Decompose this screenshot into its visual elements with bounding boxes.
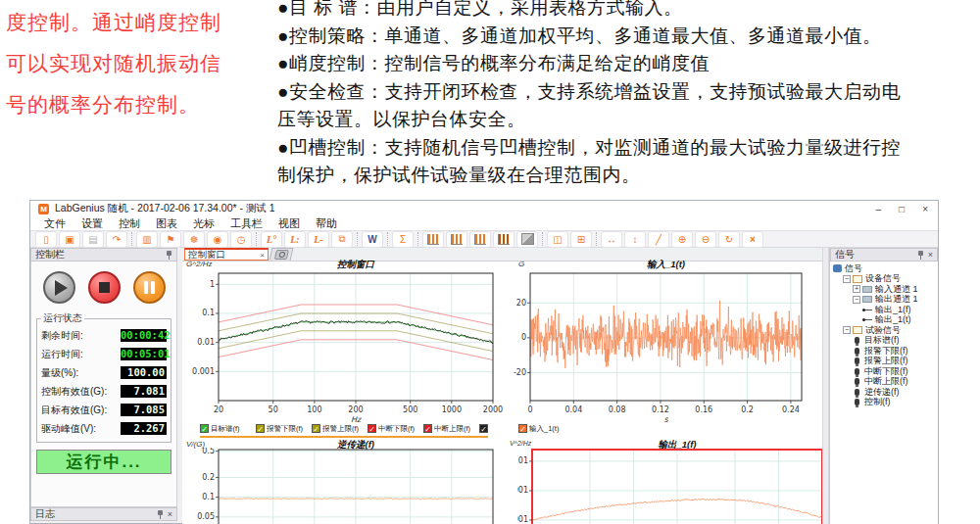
cascade-windows-button[interactable]: ⧉	[331, 231, 353, 248]
menu-item[interactable]: 光标	[185, 216, 222, 231]
chart-title: 输入_1(t)	[530, 259, 802, 271]
collapse-icon[interactable]: −	[843, 275, 851, 283]
zoom-in-button[interactable]: ⊕	[671, 231, 693, 248]
refresh-button[interactable]: ↻	[718, 231, 740, 248]
status-field-row: 运行时间: 00:05:01	[41, 345, 167, 363]
close-icon[interactable]: ×	[928, 251, 933, 260]
control-dock-header: 控制栏	[30, 248, 177, 262]
collapse-icon[interactable]: −	[843, 326, 851, 334]
chart-output-1f[interactable]: 0.010.0010.0001	[517, 448, 822, 524]
signal-dock-panel: 信号 × 信号−设备信号+输入通道 1−输出通道 1输出_1(f)输出_1(t)…	[829, 248, 938, 524]
chart-bars-1-button[interactable]	[422, 231, 444, 248]
expand-icon[interactable]: +	[853, 285, 860, 293]
test-group-icon	[853, 326, 862, 334]
cursor-harmonic-button[interactable]: L-	[308, 231, 329, 248]
zoom-diagonal-button[interactable]: ╱	[648, 231, 669, 248]
cursor-log-button[interactable]: L:	[284, 231, 306, 248]
pause-button[interactable]	[133, 271, 166, 304]
status-field-value: 7.081	[121, 385, 167, 398]
tree-item[interactable]: 控制(f)	[830, 398, 938, 408]
minimize-icon[interactable]: –	[876, 204, 882, 214]
play-button[interactable]	[43, 271, 75, 304]
legend-checkbox[interactable]: ✓	[256, 424, 265, 433]
log-dock-header: 日志 ×	[30, 507, 177, 521]
labgenius-logo-icon: M	[38, 204, 49, 214]
export-button[interactable]: ↷	[106, 231, 127, 248]
disc-button[interactable]: ◉	[207, 231, 228, 248]
input-channel-icon	[862, 286, 872, 293]
mic-icon	[855, 399, 859, 405]
layout-grid-button[interactable]: ⊞	[570, 231, 592, 248]
pin-icon[interactable]	[157, 510, 164, 519]
sigma-icon: Σ	[400, 234, 406, 245]
splitter[interactable]	[822, 248, 829, 524]
menu-item[interactable]: 文件	[36, 216, 74, 231]
toolbar-separator	[387, 232, 388, 246]
menu-item[interactable]: 设置	[74, 216, 111, 231]
close-icon[interactable]: ×	[168, 510, 172, 519]
word-export-button[interactable]: W	[362, 231, 383, 248]
svg-text:0.04: 0.04	[564, 405, 582, 414]
stop-button[interactable]	[88, 271, 121, 304]
legend-checkbox[interactable]: ✓	[312, 424, 320, 433]
clock-button[interactable]: ◷	[230, 231, 252, 248]
legend-checkbox[interactable]: ✓	[479, 424, 488, 433]
menu-item[interactable]: 控制	[111, 216, 148, 231]
status-field-label: 目标有效值(G):	[41, 404, 107, 417]
device-group-icon	[853, 275, 862, 283]
signal-dock-header: 信号 ×	[830, 248, 938, 262]
flag-button[interactable]: ⚑	[160, 231, 181, 248]
gear-button[interactable]: ☸	[183, 231, 205, 248]
zoom-out-icon: ⊖	[702, 234, 710, 245]
fit-window-button[interactable]: ×	[742, 231, 763, 248]
svg-text:0.001: 0.001	[192, 367, 215, 376]
sigma-button[interactable]: Σ	[392, 231, 414, 248]
close-icon[interactable]: ×	[922, 204, 928, 214]
maximize-icon[interactable]: □	[899, 204, 905, 214]
zoom-horizontal-button[interactable]: ↔	[601, 231, 622, 248]
chart-title: 控制窗口	[219, 259, 493, 271]
svg-text:0.1: 0.1	[202, 493, 215, 501]
cursor-linear-button[interactable]: L°	[261, 231, 282, 248]
collapse-icon[interactable]: −	[853, 296, 860, 304]
zoom-out-button[interactable]: ⊖	[695, 231, 716, 248]
transport-controls	[31, 271, 176, 304]
zoom-vertical-button[interactable]: ↕	[624, 231, 646, 248]
chart-gray-button[interactable]	[516, 231, 538, 248]
open-button[interactable]: ▤	[82, 231, 104, 248]
menu-item[interactable]: 工具栏	[222, 216, 270, 231]
chart-inverse-transfer[interactable]: 0.50.20.10.05	[182, 448, 506, 524]
pin-icon[interactable]	[166, 251, 172, 260]
pin-icon[interactable]	[917, 251, 924, 260]
save-button[interactable]: ▣	[59, 231, 80, 248]
menu-item[interactable]: 帮助	[308, 216, 345, 231]
new-file-button[interactable]: ▯	[35, 231, 57, 248]
print-button[interactable]: ▥	[136, 231, 158, 248]
status-field-value: 00:00:42	[121, 329, 167, 342]
cursor-harmonic-icon: L-	[314, 234, 322, 245]
chart-input-1t[interactable]: 200-2000.040.080.120.160.20.24s	[506, 271, 822, 424]
menu-item[interactable]: 视图	[270, 216, 308, 231]
menu-item[interactable]: 图表	[148, 216, 185, 231]
svg-text:0.001: 0.001	[517, 486, 528, 495]
feature-bullet-list: ●目 标 谱：由用户自定义，采用表格方式输入。●控制策略：单通道、多通道加权平均…	[277, 0, 978, 190]
layout-split-button[interactable]: ◫	[547, 231, 568, 248]
svg-text:0.1: 0.1	[202, 309, 215, 317]
legend-item: ✓目标谱(f)	[200, 424, 256, 434]
chart-bars-cursor-button[interactable]	[493, 231, 514, 248]
legend-checkbox[interactable]: ✓	[200, 424, 209, 433]
export-icon: ↷	[113, 234, 121, 245]
legend-label: 输入_1(t)	[529, 424, 559, 434]
word-export-icon: W	[368, 234, 376, 245]
chart-bars-3-button[interactable]	[469, 231, 491, 248]
legend-checkbox[interactable]: ✓	[423, 424, 432, 433]
chart-bars-2-button[interactable]	[446, 231, 467, 248]
open-icon: ▤	[88, 234, 97, 245]
clock-icon: ◷	[237, 234, 246, 245]
legend-checkbox[interactable]: ✓	[368, 424, 376, 433]
chart-control-window[interactable]: 10.10.010.001205010020050010002000Hz	[182, 271, 506, 424]
legend-label: 目标谱(f)	[211, 424, 240, 434]
mic-icon	[855, 378, 859, 385]
legend-checkbox[interactable]: ✓	[518, 424, 527, 433]
app-window: M LabGenius 随机 - 2017-02-06 17.34.00* - …	[29, 200, 939, 524]
